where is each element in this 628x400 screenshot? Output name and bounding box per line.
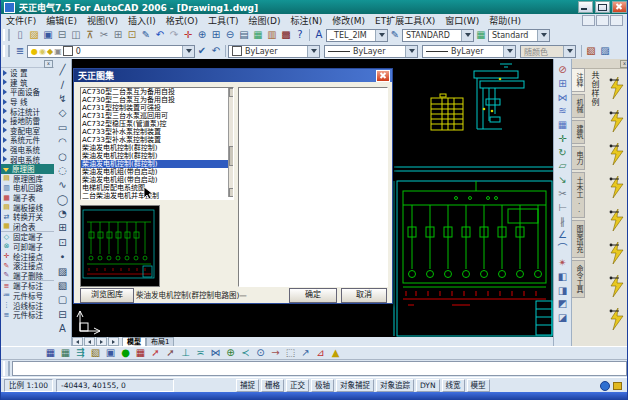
layer-properties-manager-icon[interactable]: ≣: [13, 44, 27, 58]
coordinates-display[interactable]: -40443, 40155, 0: [56, 379, 174, 392]
make-block-icon[interactable]: ⊡: [56, 236, 70, 250]
table-style-icon[interactable]: ▦: [474, 28, 488, 42]
chevron-down-icon[interactable]: [182, 46, 194, 57]
tz-toolbar-icon-9[interactable]: ➚: [163, 346, 178, 360]
erase-icon[interactable]: ⊘: [556, 63, 570, 77]
toolbar-grip[interactable]: [3, 29, 10, 41]
stretch-icon[interactable]: ↘: [556, 173, 570, 187]
text-style-icon[interactable]: A: [312, 28, 326, 42]
sidebar-group[interactable]: 强电系统: [1, 145, 54, 155]
layout-tab[interactable]: 模型: [122, 337, 146, 346]
mtext-icon[interactable]: A: [56, 322, 70, 336]
sidebar-group[interactable]: 弱电系统: [1, 154, 54, 164]
layout-tab[interactable]: 布局1: [146, 337, 174, 346]
chevron-down-icon[interactable]: [375, 30, 387, 41]
electrical-symbol-tool-3[interactable]: [607, 137, 627, 170]
tz-toolbar-icon-1[interactable]: ▦: [43, 346, 58, 360]
menu-item[interactable]: 工具(T): [203, 14, 244, 27]
tz-toolbar-icon-3[interactable]: ⇶: [73, 346, 88, 360]
palette-tab[interactable]: 土木工...: [572, 172, 585, 218]
polyline-icon[interactable]: ↯: [56, 92, 70, 106]
menu-item[interactable]: 文件(F): [1, 14, 41, 27]
tz-toolbar-icon-2[interactable]: ▦: [58, 346, 73, 360]
linetype-combo[interactable]: ByLayer: [324, 45, 418, 58]
ellipse-icon[interactable]: ◯: [56, 193, 70, 207]
minimize-button[interactable]: [578, 1, 593, 13]
atlas-list-item[interactable]: 柴油发电机控制(群控制): [81, 160, 233, 168]
electrical-symbol-tool-1[interactable]: [607, 71, 627, 104]
sidebar-command[interactable]: ≡ 元件标注: [1, 310, 54, 320]
extend-icon[interactable]: ⊢: [556, 201, 570, 215]
designcenter-icon[interactable]: ▦: [251, 28, 265, 42]
tz-toolbar-icon-6[interactable]: ●: [118, 346, 133, 360]
palette-tab[interactable]: 命令工具: [572, 260, 585, 298]
mdi-close-button[interactable]: [610, 15, 623, 26]
menu-item[interactable]: 格式(O): [161, 14, 203, 27]
et-layer-tool-icon-2[interactable]: ▨: [598, 44, 612, 58]
toolbar-grip[interactable]: [3, 45, 10, 57]
atlas-list-item[interactable]: 柴油发电机控制(群控制): [81, 152, 233, 160]
sidebar-command[interactable]: ◇ 固定端子: [1, 231, 54, 242]
match-properties-icon[interactable]: ✎: [139, 28, 153, 42]
close-icon[interactable]: [376, 70, 390, 82]
atlas-list-item[interactable]: 柴油发电机组(带自启动): [81, 176, 233, 184]
draworder-front-icon[interactable]: ◧: [556, 270, 570, 284]
palette-tab[interactable]: 图案填充: [572, 220, 585, 258]
break-icon[interactable]: ∦: [556, 215, 570, 229]
palette-tab[interactable]: 注释: [572, 68, 585, 92]
dialog-title-bar[interactable]: 天正图集: [74, 69, 392, 82]
open-icon[interactable]: ▨: [27, 28, 41, 42]
save-icon[interactable]: ▣: [41, 28, 55, 42]
tz-toolbar-icon-5[interactable]: ▣: [103, 346, 118, 360]
chevron-down-icon[interactable]: [461, 30, 473, 41]
atlas-list-item[interactable]: 电梯机房配电系统图: [81, 184, 233, 192]
layer-previous-icon[interactable]: ↶: [209, 44, 223, 58]
maximize-button[interactable]: [595, 1, 610, 13]
rectangle-icon[interactable]: ▭: [56, 121, 70, 135]
lineweight-combo[interactable]: ByLayer: [422, 45, 516, 58]
atlas-list[interactable]: AC730型二台泵互为备用自投AC730型二台泵互为备用自投AC731型控制装置…: [80, 87, 234, 200]
atlas-list-item[interactable]: 柴油发电机控制(群控制): [81, 144, 233, 152]
sidebar-group[interactable]: 平面设备: [1, 87, 54, 97]
zoom-realtime-icon[interactable]: ⊕: [195, 28, 209, 42]
sidebar-command[interactable]: ✎ 滚注接点: [1, 261, 54, 271]
sidebar-group[interactable]: 设 置: [1, 68, 54, 78]
table-style-combo[interactable]: Standard: [488, 29, 550, 42]
atlas-list-item[interactable]: AC733型补水泵控制装置: [81, 128, 233, 136]
layer-plot-icon[interactable]: ▣: [54, 47, 62, 56]
atlas-list-item[interactable]: AC730型二台泵互为备用自投: [81, 96, 233, 104]
status-toggle[interactable]: DYN: [416, 379, 440, 392]
offset-icon[interactable]: ≋: [556, 104, 570, 118]
hatch-icon[interactable]: ▨: [56, 264, 70, 278]
sidebar-command[interactable]: ▤ 原理图库: [1, 174, 54, 184]
cancel-button[interactable]: 取消: [341, 288, 387, 303]
mdi-restore-button[interactable]: [596, 15, 609, 26]
tz-toolbar-icon-15[interactable]: ⊙: [253, 346, 268, 360]
ellipse-arc-icon[interactable]: ◔: [56, 207, 70, 221]
draworder-above-icon[interactable]: ◩: [556, 298, 570, 312]
prev-tab-button[interactable]: [84, 337, 95, 346]
atlas-list-item[interactable]: 二台柴油发电机并车控制: [81, 192, 233, 200]
circle-icon[interactable]: ○: [56, 149, 70, 163]
palette-tab[interactable]: 建筑: [572, 120, 585, 144]
chevron-down-icon[interactable]: [405, 46, 417, 57]
redo-icon[interactable]: ↷: [167, 28, 181, 42]
status-toggle[interactable]: 对象捕捉: [336, 379, 374, 392]
pan-icon[interactable]: ✛: [181, 28, 195, 42]
electrical-symbol-tool-7[interactable]: [607, 269, 627, 302]
ok-button[interactable]: 确定: [289, 288, 337, 303]
array-icon[interactable]: ▦: [556, 118, 570, 132]
atlas-list-item[interactable]: 柴油发电机组(带自启动): [81, 168, 233, 176]
sidebar-group[interactable]: 标注统计: [1, 106, 54, 116]
menu-item[interactable]: 绘图(D): [243, 14, 285, 27]
tz-toolbar-icon-4[interactable]: ▧: [88, 346, 103, 360]
electrical-symbol-tool-8[interactable]: [607, 302, 627, 335]
cut-icon[interactable]: ✂: [97, 28, 111, 42]
status-toggle[interactable]: 极轴: [311, 379, 334, 392]
color-combo[interactable]: ByLayer: [228, 45, 320, 58]
tz-toolbar-icon-16[interactable]: →: [268, 346, 283, 360]
line-icon[interactable]: ╱: [56, 63, 70, 77]
status-toggle[interactable]: 捕捉: [236, 379, 259, 392]
undo-icon[interactable]: ↶: [153, 28, 167, 42]
list-scrollbar[interactable]: [228, 88, 234, 197]
